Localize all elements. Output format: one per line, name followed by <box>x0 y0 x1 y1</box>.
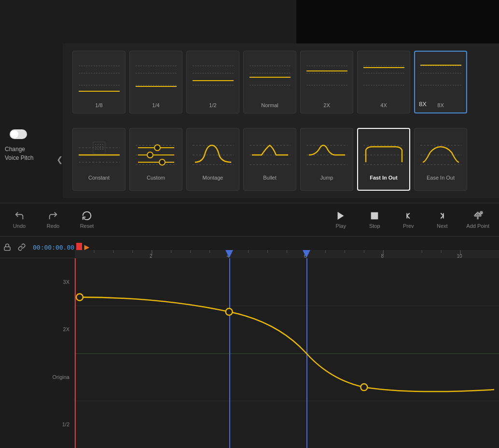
yellow-line <box>306 70 347 71</box>
svg-point-14 <box>97 149 98 150</box>
stop-label: Stop <box>369 223 380 229</box>
dashed-line <box>136 85 177 85</box>
timecode: 00:00:00.00 <box>33 244 74 251</box>
speed-card-normal[interactable]: Normal <box>243 51 296 113</box>
speed-presets-row: 1/8 1/4 <box>63 43 499 121</box>
wave-card-montage[interactable]: Montage <box>186 128 239 191</box>
add-point-button[interactable]: + Add Point <box>466 210 489 229</box>
speed-card-2x[interactable]: 2X <box>300 51 353 113</box>
wave-card-ease-in-out[interactable]: Ease In Out <box>414 128 467 191</box>
chain-icon[interactable] <box>14 237 29 258</box>
wave-card-bullet[interactable]: Bullet <box>243 128 296 191</box>
svg-point-21 <box>154 145 160 151</box>
undo-label: Undo <box>13 223 26 229</box>
dashed-line <box>79 73 120 73</box>
speed-card-8x-inner <box>420 56 461 99</box>
wave-card-constant[interactable]: Constant <box>72 128 125 191</box>
add-point-label: Add Point <box>466 223 489 229</box>
prev-label: Prev <box>403 223 414 229</box>
next-label: Next <box>437 223 448 229</box>
speed-card-2x-lines <box>306 61 347 95</box>
reset-button[interactable]: Reset <box>77 210 97 229</box>
speed-card-4x-inner <box>363 56 404 99</box>
speed-card-1-4-lines <box>136 61 177 95</box>
lock-icon[interactable] <box>0 237 14 258</box>
toggle-button[interactable] <box>10 129 27 139</box>
wave-label-custom: Custom <box>147 175 165 181</box>
prev-button[interactable]: Prev <box>399 210 418 229</box>
dashed-line <box>79 85 120 85</box>
stop-button[interactable]: Stop <box>365 210 384 229</box>
undo-button[interactable]: Undo <box>10 210 29 229</box>
change-voice-pitch-label: Change Voice Pitch <box>5 145 33 162</box>
stop-icon <box>369 210 380 221</box>
next-button[interactable]: Next <box>432 210 452 229</box>
undo-icon <box>14 210 25 221</box>
yellow-line <box>79 91 120 92</box>
svg-point-75 <box>226 308 233 315</box>
wave-label-ease-in-out: Ease In Out <box>427 175 455 181</box>
svg-point-6 <box>97 144 98 145</box>
svg-point-23 <box>147 152 153 158</box>
reset-icon <box>82 210 92 221</box>
wave-svg-custom <box>136 138 177 172</box>
speed-card-8x[interactable]: 8X 8X <box>414 51 467 113</box>
speed-card-1-4[interactable]: 1/4 <box>129 51 182 113</box>
wave-svg-constant <box>79 138 120 172</box>
wave-svg-jump <box>306 138 347 172</box>
y-axis: 3X 2X Origina 1/2 <box>0 258 75 448</box>
dashed-line <box>363 73 404 73</box>
speed-card-4x[interactable]: 4X <box>357 51 410 113</box>
play-icon <box>335 210 346 221</box>
wave-card-custom[interactable]: Custom <box>129 128 182 191</box>
wave-card-fast-in-out[interactable]: Fast In Out <box>357 128 410 191</box>
dashed-line <box>250 66 291 66</box>
wave-label-fast-in-out: Fast In Out <box>370 175 397 181</box>
redo-icon <box>48 210 58 221</box>
chain-svg <box>18 243 26 251</box>
svg-rect-42 <box>371 212 378 220</box>
add-point-icon: + <box>472 210 483 221</box>
svg-point-7 <box>100 144 101 145</box>
wave-card-jump[interactable]: Jump <box>300 128 353 191</box>
svg-point-74 <box>76 294 83 301</box>
dashed-line <box>193 66 234 66</box>
play-button[interactable]: Play <box>331 210 350 229</box>
y-label-original: Origina <box>53 374 69 380</box>
wave-svg-montage <box>193 138 234 172</box>
dashed-line <box>420 66 461 66</box>
ruler-svg: 2 4 6 8 10 <box>75 250 499 259</box>
dashed-line <box>363 66 404 66</box>
yellow-line <box>193 80 234 81</box>
top-black-area <box>296 0 499 43</box>
svg-rect-49 <box>4 247 10 250</box>
speed-card-1-2[interactable]: 1/2 <box>186 51 239 113</box>
timeline-area: 3X 2X Origina 1/2 <box>0 258 499 448</box>
dashed-line <box>306 85 347 85</box>
lock-svg <box>3 243 11 251</box>
speed-card-8x-lines <box>420 61 461 95</box>
speed-label-8x: 8X <box>437 102 444 108</box>
dashed-line <box>250 73 291 73</box>
svg-rect-46 <box>474 215 482 217</box>
svg-point-8 <box>102 144 103 145</box>
wave-presets-row: Constant Custom <box>63 121 499 198</box>
dashed-line <box>306 73 347 73</box>
play-label: Play <box>336 223 346 229</box>
speed-card-1-2-inner <box>193 56 234 99</box>
dashed-line <box>79 66 120 66</box>
speed-card-1-8[interactable]: 1/8 <box>72 51 125 113</box>
svg-point-5 <box>95 144 96 145</box>
svg-marker-41 <box>338 212 344 220</box>
speed-label-1-4: 1/4 <box>152 102 159 108</box>
reset-label: Reset <box>80 223 94 229</box>
sidebar-toggle-area <box>10 129 27 139</box>
speed-card-1-8-lines <box>79 61 120 95</box>
speed-card-8x-label-text: 8X <box>419 100 427 108</box>
redo-button[interactable]: Redo <box>43 210 63 229</box>
speed-label-4x: 4X <box>380 102 387 108</box>
speed-label-normal: Normal <box>261 102 278 108</box>
dashed-line <box>363 85 404 85</box>
wave-label-constant: Constant <box>88 175 110 181</box>
speed-card-1-2-lines <box>193 61 234 95</box>
